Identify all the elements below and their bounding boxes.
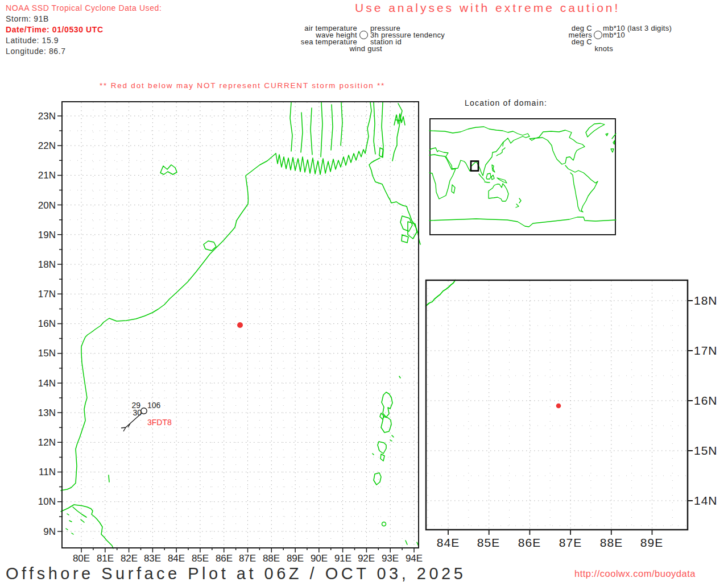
coastline-africa bbox=[429, 155, 456, 199]
main-y-tick-label: 18N bbox=[26, 259, 56, 271]
sumatra-tip bbox=[406, 541, 419, 546]
coastline-sri-lanka bbox=[61, 505, 113, 548]
main-x-tick-label: 92E bbox=[354, 553, 379, 564]
main-y-tick-label: 16N bbox=[26, 318, 56, 330]
units-circle-icon bbox=[594, 31, 602, 39]
main-x-tick-label: 80E bbox=[69, 553, 94, 564]
andaman-islands bbox=[373, 376, 400, 485]
main-y-tick-label: 23N bbox=[26, 111, 56, 122]
barrier-island bbox=[109, 475, 109, 482]
storm-dot bbox=[237, 322, 243, 328]
coastline-south-america bbox=[565, 165, 598, 212]
zoom-x-tick-label: 87E bbox=[552, 536, 589, 550]
header-longitude: Longitude: 86.7 bbox=[6, 47, 66, 56]
zoom-coastline bbox=[425, 280, 456, 306]
coastline-eurasia bbox=[429, 127, 530, 176]
madagascar bbox=[452, 185, 455, 193]
coastline-india-east bbox=[61, 153, 276, 490]
units-wind-gust: knots bbox=[569, 44, 613, 53]
station-pressure: 106 bbox=[147, 401, 161, 410]
zoom-y-tick-label: 18N bbox=[694, 294, 718, 307]
zoom-map bbox=[425, 280, 688, 530]
station-id: 3FDT8 bbox=[147, 418, 172, 427]
main-x-tick-label: 82E bbox=[117, 553, 142, 564]
main-y-tick-label: 10N bbox=[26, 496, 56, 508]
station-sea-temp: 30 bbox=[133, 408, 142, 417]
coastline-myanmar bbox=[369, 158, 420, 244]
header-datetime: Date/Time: 01/0530 UTC bbox=[6, 25, 104, 34]
antarctica bbox=[429, 217, 616, 227]
coastline-north-america bbox=[530, 130, 585, 164]
header-latitude: Latitude: 15.9 bbox=[6, 36, 59, 45]
inland-reservoir bbox=[160, 165, 177, 174]
philippines bbox=[492, 165, 495, 172]
main-y-tick-label: 14N bbox=[26, 378, 56, 389]
caution-banner: Use analyses with extreme caution! bbox=[355, 1, 620, 15]
station-plot-circle bbox=[141, 408, 147, 414]
main-x-tick-label: 86E bbox=[212, 553, 237, 564]
main-x-tick-label: 84E bbox=[164, 553, 189, 564]
andaman-islet bbox=[382, 522, 386, 526]
zoom-x-tick-label: 85E bbox=[470, 536, 507, 550]
main-y-tick-label: 11N bbox=[26, 467, 56, 478]
main-y-tick-label: 17N bbox=[26, 289, 56, 300]
source-url[interactable]: http://coolwx.com/buoydata bbox=[574, 568, 696, 579]
main-x-tick-label: 88E bbox=[259, 553, 284, 564]
units-pressure-tendency: mb*10 bbox=[603, 31, 625, 39]
main-y-tick-label: 9N bbox=[26, 526, 56, 538]
main-x-tick-label: 91E bbox=[330, 553, 355, 564]
main-y-tick-label: 13N bbox=[26, 408, 56, 419]
new-zealand bbox=[516, 198, 521, 207]
station-circle-icon bbox=[359, 31, 368, 39]
zoom-x-tick-label: 89E bbox=[634, 536, 670, 550]
delta-rivers bbox=[290, 102, 402, 161]
zoom-y-tick-label: 15N bbox=[694, 444, 718, 458]
main-y-tick-label: 19N bbox=[26, 230, 56, 241]
iceland bbox=[606, 134, 608, 136]
zoom-storm-dot bbox=[556, 404, 561, 409]
buoy-data-page: NOAA SSD Tropical Cyclone Data Used: Sto… bbox=[0, 0, 728, 582]
coastline-australia bbox=[489, 184, 508, 201]
main-x-tick-label: 89E bbox=[283, 553, 308, 564]
main-map: 29 30 106 3FDT8 bbox=[61, 101, 419, 548]
zoom-x-tick-label: 88E bbox=[593, 536, 630, 550]
main-y-tick-label: 22N bbox=[26, 140, 56, 152]
british-isles bbox=[613, 140, 615, 144]
world-map-inset bbox=[429, 118, 616, 235]
new-guinea bbox=[497, 178, 507, 183]
main-x-tick-label: 83E bbox=[140, 553, 165, 564]
zoom-y-tick-label: 17N bbox=[694, 344, 718, 357]
main-y-tick-label: 21N bbox=[26, 170, 56, 181]
header-source-line: NOAA SSD Tropical Cyclone Data Used: bbox=[6, 3, 162, 13]
domain-inset-title: Location of domain: bbox=[465, 98, 547, 107]
zoom-x-tick-label: 86E bbox=[511, 536, 548, 550]
zoom-x-tick-label: 84E bbox=[430, 536, 466, 550]
storm-position-warning: ** Red dot below may NOT represent CURRE… bbox=[100, 81, 385, 90]
japan bbox=[497, 142, 505, 156]
zoom-y-tick-label: 16N bbox=[694, 394, 718, 408]
main-x-tick-label: 93E bbox=[378, 553, 403, 564]
zoom-y-tick-label: 14N bbox=[694, 494, 718, 508]
main-x-tick-label: 81E bbox=[93, 553, 118, 564]
main-x-tick-label: 87E bbox=[235, 553, 260, 564]
main-y-tick-label: 15N bbox=[26, 348, 56, 359]
meghna-island bbox=[379, 148, 383, 157]
header-storm: Storm: 91B bbox=[6, 14, 49, 23]
legend-station-id: station id bbox=[370, 38, 402, 46]
main-y-tick-label: 12N bbox=[26, 437, 56, 448]
indonesia bbox=[479, 173, 494, 182]
greenland bbox=[586, 123, 605, 137]
main-y-tick-label: 20N bbox=[26, 200, 56, 211]
iberia bbox=[611, 149, 614, 152]
page-title: Offshore Surface Plot at 06Z / OCT 03, 2… bbox=[6, 564, 466, 582]
main-x-tick-label: 94E bbox=[402, 553, 427, 564]
main-x-tick-label: 90E bbox=[307, 553, 332, 564]
main-x-tick-label: 85E bbox=[188, 553, 213, 564]
